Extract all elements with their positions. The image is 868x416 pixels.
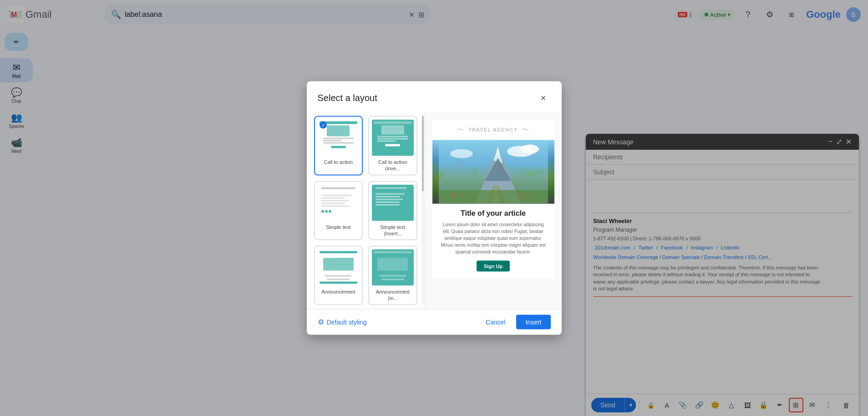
layout-label-announce: Announcement — [318, 289, 360, 295]
preview-lorem-text: Lorem ipsum dolor sit amet consectetur a… — [432, 221, 554, 261]
layout-thumb-announce — [318, 249, 360, 286]
layout-label-announce-inv: Announcement (in... — [372, 289, 414, 302]
modal-footer-buttons: Cancel Insert — [478, 315, 551, 329]
mountain-svg — [432, 140, 554, 204]
svg-rect-15 — [439, 190, 548, 204]
layout-card-announcement[interactable]: Announcement — [314, 246, 363, 305]
insert-button[interactable]: Insert — [516, 315, 550, 329]
layout-label-simple-inv: Simple text (invert... — [372, 223, 414, 237]
layout-thumb-announce-inv — [372, 249, 414, 286]
layout-label-cta-inv: Call to action (inve... — [372, 159, 414, 172]
layout-label-simple: Simple text — [318, 223, 360, 230]
layout-card-simple-text-inv[interactable]: Simple text (invert... — [368, 181, 417, 240]
modal-footer: ⚙ Default styling Cancel Insert — [307, 309, 562, 335]
cancel-button[interactable]: Cancel — [478, 315, 513, 329]
modal-close-button[interactable]: × — [536, 91, 551, 105]
layout-modal: Select a layout × — [307, 81, 562, 335]
layout-card-announcement-inv[interactable]: Announcement (in... — [368, 246, 417, 305]
agency-name: TRAVEL AGENCY — [468, 127, 518, 132]
layout-card-call-to-action[interactable]: ✓ Call to action — [314, 116, 363, 176]
preview-agency-header: 〜 TRAVEL AGENCY 〜 — [432, 120, 554, 140]
modal-header: Select a layout × — [307, 81, 562, 112]
preview-panel: 〜 TRAVEL AGENCY 〜 — [425, 112, 562, 309]
scroll-track[interactable] — [422, 116, 424, 305]
preview-agency-logo: 〜 TRAVEL AGENCY 〜 — [440, 125, 547, 135]
logo-wing-left: 〜 — [457, 125, 465, 135]
layout-thumb-simple-inv — [372, 184, 414, 221]
logo-wing-right: 〜 — [522, 125, 530, 135]
layout-card-simple-text[interactable]: Simple text — [314, 181, 363, 240]
preview-hero-image — [432, 140, 554, 204]
svg-point-7 — [521, 145, 539, 154]
selected-checkmark: ✓ — [320, 122, 327, 129]
layout-grid: ✓ Call to action — [314, 116, 417, 305]
layout-thumb-cta: ✓ — [318, 120, 360, 156]
default-styling-label: Default styling — [327, 318, 367, 325]
preview-article-title: Title of your article — [432, 204, 554, 221]
modal-body: ✓ Call to action — [307, 112, 562, 309]
layout-grid-panel: ✓ Call to action — [307, 112, 425, 309]
email-preview: 〜 TRAVEL AGENCY 〜 — [432, 120, 554, 279]
svg-point-8 — [450, 149, 473, 158]
modal-title: Select a layout — [318, 92, 377, 103]
default-styling-link[interactable]: ⚙ Default styling — [318, 318, 367, 326]
layout-card-call-to-action-inv[interactable]: Call to action (inve... — [368, 116, 417, 176]
preview-cta-button: Sign Up — [477, 261, 510, 272]
layout-thumb-simple — [318, 184, 360, 221]
scroll-thumb — [422, 116, 424, 192]
styling-icon: ⚙ — [318, 318, 324, 326]
layout-thumb-cta-inv — [372, 120, 414, 156]
layout-label-cta: Call to action — [318, 159, 360, 165]
